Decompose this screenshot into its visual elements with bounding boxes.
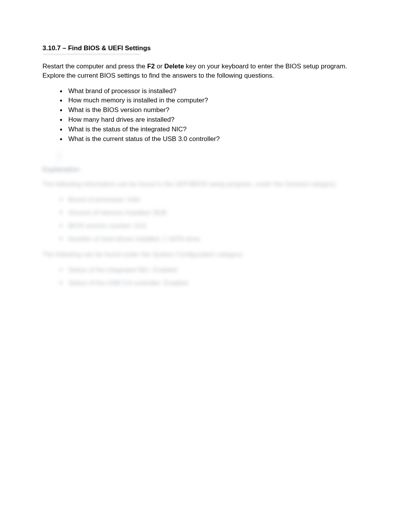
answer-item: Brand of processor: Intel (60, 196, 368, 204)
answer-item: Number of hard drives installed: 1 SATA … (60, 235, 368, 243)
question-item: How much memory is installed in the comp… (60, 96, 368, 105)
question-item: What brand of processor is installed? (60, 87, 368, 96)
question-item: What is the current status of the USB 3.… (60, 134, 368, 144)
blurred-explanation-block: Explanation The following information ca… (42, 152, 368, 287)
questions-list: What brand of processor is installed? Ho… (42, 87, 368, 144)
key-delete: Delete (164, 63, 184, 70)
intro-paragraph: Restart the computer and press the F2 or… (42, 62, 368, 80)
answer-item: Status of the integrated NIC: Enabled (60, 266, 368, 274)
intro-mid: or (155, 63, 164, 70)
question-item: What is the BIOS version number? (60, 105, 368, 115)
title-underline (42, 54, 140, 55)
answer-item: Amount of memory installed: 8GB (60, 209, 368, 217)
answer-item: BIOS version number: A14 (60, 222, 368, 230)
key-f2: F2 (147, 63, 155, 70)
explanation-intro-1: The following information can be found i… (42, 180, 368, 188)
intro-pre: Restart the computer and press the (42, 63, 147, 70)
question-item: How many hard drives are installed? (60, 115, 368, 124)
explanation-label: Explanation (42, 166, 368, 173)
answers-list-2: Status of the integrated NIC: Enabled St… (42, 266, 368, 287)
page-title: 3.10.7 – Find BIOS & UEFI Settings (42, 44, 368, 52)
answer-item: Status of the USB 3.0 controller: Enable… (60, 279, 368, 287)
question-item: What is the status of the integrated NIC… (60, 125, 368, 134)
answers-list-1: Brand of processor: Intel Amount of memo… (42, 196, 368, 243)
blur-bullet (58, 152, 60, 161)
explanation-intro-2: The following can be found under the Sys… (42, 251, 368, 258)
